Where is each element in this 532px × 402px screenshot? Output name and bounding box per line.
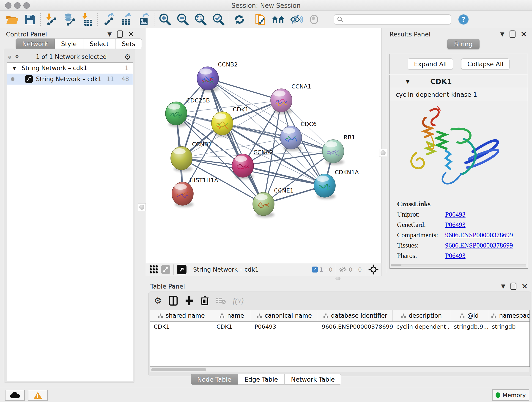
table-row[interactable]: CDK1CDK1P064939606.ENSP00000378699cyclin… bbox=[150, 322, 530, 332]
tab-sets[interactable]: Sets bbox=[115, 38, 142, 49]
cloud-icon bbox=[10, 392, 20, 399]
network-graph[interactable]: CCNB2CCNA1CDC25BCDK1CDC6RB1CCNB1CCNA2CDK… bbox=[146, 28, 381, 263]
crosslink-link[interactable]: P06493 bbox=[445, 211, 466, 218]
open-folder-icon bbox=[6, 14, 19, 25]
export-image-button[interactable] bbox=[135, 12, 152, 27]
gene-collapse-icon[interactable]: ▼ bbox=[406, 79, 410, 84]
node-CCNA1[interactable]: CCNA1 bbox=[271, 83, 311, 114]
node-CDKN1A[interactable]: CDKN1A bbox=[314, 169, 359, 199]
table-cell: stringdb bbox=[488, 322, 530, 332]
zoom-in-button[interactable] bbox=[156, 12, 174, 27]
import-network-file-button[interactable] bbox=[42, 12, 60, 27]
refresh-icon bbox=[233, 13, 246, 26]
gene-card-scrollbar[interactable] bbox=[391, 264, 526, 267]
save-session-button[interactable] bbox=[21, 12, 39, 27]
tab-network-table[interactable]: Network Table bbox=[285, 374, 341, 385]
left-splitter-handle[interactable] bbox=[138, 203, 146, 211]
delete-table-icon[interactable] bbox=[216, 297, 226, 305]
tab-node-table[interactable]: Node Table bbox=[191, 374, 238, 385]
collection-expand-icon[interactable]: ▼ bbox=[13, 65, 16, 71]
tab-network[interactable]: Network bbox=[16, 38, 55, 49]
column-header-namespac[interactable]: namespac bbox=[488, 310, 530, 321]
memory-button[interactable]: Memory bbox=[492, 389, 529, 401]
gene-card-titlebar[interactable]: ▼ CDK1 bbox=[390, 75, 528, 88]
column-header-canonical-name[interactable]: canonical name bbox=[251, 310, 318, 321]
birdseye-crosshair-icon[interactable] bbox=[368, 264, 379, 274]
table-cell: P06493 bbox=[251, 322, 318, 332]
control-panel-float-icon[interactable]: ▼ bbox=[108, 31, 112, 37]
node-CDK1[interactable]: CDK1 bbox=[211, 106, 249, 137]
collapse-all-button[interactable]: Collapse All bbox=[461, 58, 510, 70]
tab-string[interactable]: String bbox=[447, 39, 480, 49]
column-header-database-identifier[interactable]: database identifier bbox=[318, 310, 393, 321]
control-panel-maximize-icon[interactable] bbox=[117, 31, 123, 38]
duplicate-network-button[interactable] bbox=[252, 12, 269, 27]
network-collection-row[interactable]: ▼ String Network – cdk1 1 bbox=[7, 63, 133, 74]
toolbar-search[interactable] bbox=[334, 14, 451, 25]
hide-selected-button[interactable] bbox=[287, 12, 305, 27]
open-file-button[interactable] bbox=[3, 12, 21, 27]
crosslink-label: Uniprot: bbox=[397, 211, 445, 218]
column-header-shared-name[interactable]: shared name bbox=[150, 310, 213, 321]
string-view-icon[interactable] bbox=[161, 265, 170, 274]
help-button[interactable]: ? bbox=[455, 12, 472, 27]
edge-CCNB2-CCNA1[interactable] bbox=[208, 78, 281, 100]
control-panel-close-icon[interactable]: ✕ bbox=[128, 31, 134, 37]
selected-checkbox-icon[interactable]: ✓ bbox=[312, 267, 318, 273]
function-builder-icon[interactable]: f(x) bbox=[233, 296, 244, 305]
results-panel-float-icon[interactable]: ▼ bbox=[500, 31, 504, 37]
grid-view-icon[interactable] bbox=[149, 265, 158, 274]
network-options-gear-icon[interactable]: ⚙ bbox=[124, 53, 131, 61]
tab-style[interactable]: Style bbox=[55, 38, 83, 49]
cloud-status-button[interactable] bbox=[5, 390, 25, 401]
results-panel-maximize-icon[interactable] bbox=[510, 31, 515, 38]
export-network-button[interactable] bbox=[99, 12, 117, 27]
crosslink-link[interactable]: 9606.ENSP00000378699 bbox=[445, 242, 513, 249]
expand-all-button[interactable]: Expand All bbox=[408, 58, 453, 70]
zoom-out-button[interactable] bbox=[174, 12, 191, 27]
column-header-name[interactable]: name bbox=[213, 310, 251, 321]
export-table-button[interactable] bbox=[117, 12, 135, 27]
node-CCNE1[interactable]: CCNE1 bbox=[253, 187, 293, 217]
node-label-CCNA1: CCNA1 bbox=[291, 83, 311, 90]
network-canvas[interactable]: CCNB2CCNA1CDC25BCDK1CDC6RB1CCNB1CCNA2CDK… bbox=[146, 28, 381, 263]
column-header-description[interactable]: description bbox=[393, 310, 450, 321]
delete-column-icon[interactable] bbox=[201, 296, 209, 306]
crosslink-link[interactable]: P06493 bbox=[445, 221, 466, 229]
crosslink-link[interactable]: P06493 bbox=[445, 252, 466, 259]
results-panel-title: Results Panel bbox=[389, 31, 431, 38]
import-network-database-button[interactable] bbox=[60, 12, 78, 27]
gene-card-cdk1: ▼ CDK1 cyclin-dependent kinase 1 bbox=[389, 75, 528, 269]
tab-select[interactable]: Select bbox=[83, 38, 115, 49]
table-horizontal-scrollbar[interactable] bbox=[150, 367, 529, 372]
node-RB1[interactable]: RB1 bbox=[322, 134, 355, 165]
add-column-icon[interactable] bbox=[185, 296, 194, 306]
edge-CCNB2-CCNE1[interactable] bbox=[208, 78, 264, 204]
node-table[interactable]: shared namenamecanonical namedatabase id… bbox=[150, 310, 530, 367]
expand-all-networks-icon[interactable]: » bbox=[13, 55, 21, 58]
table-options-gear-icon[interactable]: ⚙ bbox=[154, 296, 162, 305]
right-splitter-handle[interactable] bbox=[379, 149, 387, 157]
show-all-button[interactable] bbox=[305, 12, 323, 27]
crosslink-link[interactable]: 9606.ENSP00000378699 bbox=[445, 231, 513, 239]
show-columns-icon[interactable] bbox=[169, 296, 178, 306]
node-CCNB1[interactable]: CCNB1 bbox=[171, 141, 212, 172]
detach-view-icon[interactable] bbox=[177, 265, 186, 274]
refresh-layout-button[interactable] bbox=[230, 12, 248, 27]
table-panel-close-icon[interactable]: ✕ bbox=[521, 283, 528, 289]
zoom-fit-button[interactable] bbox=[191, 12, 209, 27]
column-header-@id[interactable]: @id bbox=[450, 310, 488, 321]
node-HIST1H1A[interactable]: HIST1H1A bbox=[172, 177, 218, 207]
warnings-button[interactable] bbox=[28, 390, 48, 401]
search-input[interactable] bbox=[343, 16, 443, 23]
tab-edge-table[interactable]: Edge Table bbox=[238, 374, 285, 385]
network-row-selected[interactable]: String Network – cdk1 11 48 bbox=[7, 74, 133, 85]
zoom-selected-button[interactable] bbox=[209, 12, 227, 27]
table-panel-maximize-icon[interactable] bbox=[510, 283, 516, 290]
bottom-splitter-handle[interactable] bbox=[336, 277, 341, 280]
results-panel-close-icon[interactable]: ✕ bbox=[520, 31, 527, 37]
table-panel-float-icon[interactable]: ▼ bbox=[501, 283, 505, 289]
import-table-file-button[interactable] bbox=[78, 12, 96, 27]
node-CDC6[interactable]: CDC6 bbox=[280, 121, 317, 151]
first-neighbors-button[interactable] bbox=[269, 12, 287, 27]
